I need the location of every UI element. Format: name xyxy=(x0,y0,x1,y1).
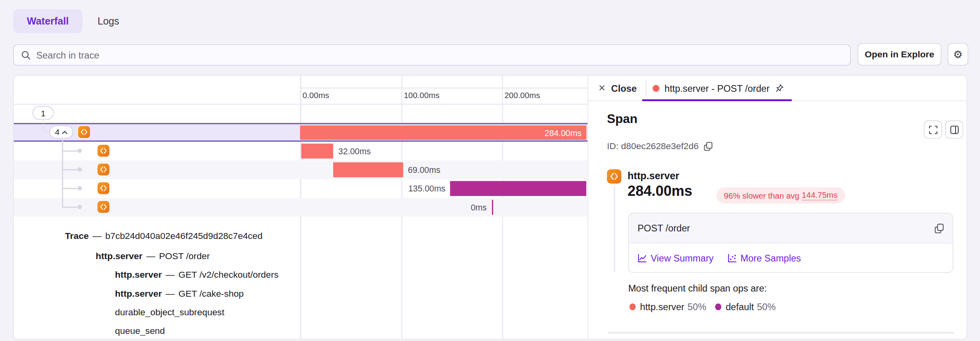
span-duration-label: 69.00ms xyxy=(408,161,440,179)
search-placeholder: Search in trace xyxy=(36,49,99,60)
cloudflare-workers-icon xyxy=(97,145,109,157)
panel-title: Span xyxy=(607,112,637,126)
span-description-card: POST /order View Summary More Samples xyxy=(628,213,953,273)
pin-icon[interactable] xyxy=(774,83,784,93)
trace-children-badge[interactable]: 1 xyxy=(32,106,54,120)
span-description: POST /order xyxy=(638,223,690,233)
span-duration-bar[interactable] xyxy=(450,181,587,196)
span-detail-panel: ✕ Close http.server - POST /order Span I… xyxy=(587,76,967,339)
span-duration-label: 135.00ms xyxy=(14,179,446,198)
axis-tick-200: 200.00ms xyxy=(504,91,540,100)
gear-icon: ⚙ xyxy=(953,48,963,61)
view-summary-link[interactable]: View Summary xyxy=(638,252,714,263)
section-divider xyxy=(608,332,954,333)
chevron-up-icon xyxy=(62,130,67,134)
copy-icon[interactable] xyxy=(934,223,944,233)
child-ops-heading: Most frequent child span ops are: xyxy=(628,283,767,294)
header-divider xyxy=(645,81,646,96)
span-id-value: ID: d80ec2628e3ef2d6 xyxy=(607,141,699,151)
span-duration-bar[interactable] xyxy=(333,162,403,177)
span-duration-label: 284.00ms xyxy=(545,125,582,140)
legend-item: default 50% xyxy=(715,301,776,312)
legend-item: http.server 50% xyxy=(629,301,706,312)
trace-waterfall-card: 0.00ms 100.00ms 200.00ms 1 Trace — b7cb2… xyxy=(13,75,967,339)
indent-guide-line xyxy=(614,187,615,272)
axis-tick-100: 100.00ms xyxy=(404,91,439,100)
panel-header: ✕ Close http.server - POST /order xyxy=(588,76,967,101)
cloudflare-workers-icon xyxy=(97,163,109,175)
tab-waterfall[interactable]: Waterfall xyxy=(13,9,82,33)
span-duration-label: 0ms xyxy=(14,198,487,216)
search-input[interactable]: Search in trace xyxy=(13,44,851,66)
slower-than-avg-badge: 96% slower than avg144.75ms xyxy=(716,187,845,203)
search-icon xyxy=(21,50,31,60)
focus-span-button[interactable] xyxy=(924,121,942,139)
scatter-chart-icon xyxy=(727,253,737,263)
child-ops-legend: http.server 50% default 50% xyxy=(629,301,776,312)
span-children-badge[interactable]: 4 xyxy=(50,125,73,138)
close-button[interactable]: Close xyxy=(611,83,637,93)
cloudflare-workers-icon xyxy=(607,169,621,184)
span-op-name: http.server xyxy=(627,170,679,182)
span-id-row: ID: d80ec2628e3ef2d6 xyxy=(607,141,712,151)
span-tab[interactable]: http.server - POST /order xyxy=(653,83,784,93)
span-duration-bar[interactable]: 284.00ms xyxy=(300,125,586,140)
avg-duration-value[interactable]: 144.75ms xyxy=(802,190,837,200)
view-tabs: Waterfall Logs xyxy=(13,9,119,33)
more-samples-link[interactable]: More Samples xyxy=(727,252,801,263)
line-chart-icon xyxy=(638,253,647,263)
legend-dot xyxy=(715,303,721,310)
open-in-explore-button[interactable]: Open in Explore xyxy=(858,43,941,66)
sidebar-layout-icon xyxy=(950,125,959,134)
close-icon[interactable]: ✕ xyxy=(598,83,606,93)
axis-tick-0: 0.00ms xyxy=(303,91,329,100)
span-duration: 284.00ms xyxy=(627,183,692,200)
span-status-dot xyxy=(653,85,660,91)
settings-gear-button[interactable]: ⚙ xyxy=(948,43,968,66)
tab-logs[interactable]: Logs xyxy=(97,15,119,27)
span-tab-label: http.server - POST /order xyxy=(665,83,770,93)
span-row-label[interactable]: queue_send xyxy=(115,199,165,339)
span-duration-label: 32.00ms xyxy=(338,142,371,160)
ruler-line xyxy=(300,87,587,88)
toggle-sidebar-button[interactable] xyxy=(945,121,963,139)
span-duration-bar[interactable] xyxy=(492,200,493,215)
trace-view: Waterfall Logs Search in trace Open in E… xyxy=(0,0,980,341)
cloudflare-workers-icon xyxy=(78,126,90,138)
span-duration-bar[interactable] xyxy=(301,144,333,159)
focus-icon xyxy=(929,125,937,134)
legend-dot xyxy=(629,303,636,310)
copy-icon[interactable] xyxy=(704,141,712,151)
active-tab-underline xyxy=(642,99,792,101)
